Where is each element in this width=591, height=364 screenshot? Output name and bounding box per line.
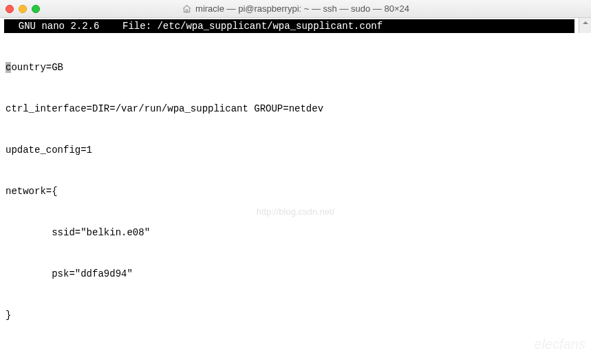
- file-line-7: }: [6, 308, 585, 322]
- file-line-5: ssid="belkin.e08": [6, 226, 585, 239]
- file-line-6: psk="ddfa9d94": [6, 267, 585, 281]
- scrollbar[interactable]: [579, 18, 591, 33]
- file-line-3: update_config=1: [6, 143, 585, 157]
- terminal-area[interactable]: GNU nano 2.2.6 File: /etc/wpa_supplicant…: [0, 18, 591, 364]
- maximize-window-button[interactable]: [32, 5, 40, 13]
- nano-header: GNU nano 2.2.6 File: /etc/wpa_supplicant…: [4, 19, 574, 33]
- nano-header-row: GNU nano 2.2.6 File: /etc/wpa_supplicant…: [0, 18, 591, 33]
- file-line-2: ctrl_interface=DIR=/var/run/wpa_supplica…: [6, 102, 585, 116]
- scroll-up-icon: [582, 19, 589, 26]
- editor-content[interactable]: country=GB ctrl_interface=DIR=/var/run/w…: [0, 33, 591, 364]
- close-window-button[interactable]: [6, 5, 14, 13]
- watermark: http://blog.csdn.net/: [257, 205, 334, 219]
- traffic-lights: [6, 5, 40, 13]
- home-icon: [182, 4, 191, 14]
- file-line-1: country=GB: [6, 61, 585, 74]
- window-titlebar: miracle — pi@raspberrypi: ~ — ssh — sudo…: [0, 0, 591, 18]
- corner-watermark: elecfans: [535, 337, 586, 351]
- file-line-4: network={: [6, 184, 585, 198]
- window-title-text: miracle — pi@raspberrypi: ~ — ssh — sudo…: [195, 3, 409, 14]
- minimize-window-button[interactable]: [19, 5, 27, 13]
- window-title: miracle — pi@raspberrypi: ~ — ssh — sudo…: [182, 3, 409, 14]
- svg-rect-0: [186, 10, 187, 12]
